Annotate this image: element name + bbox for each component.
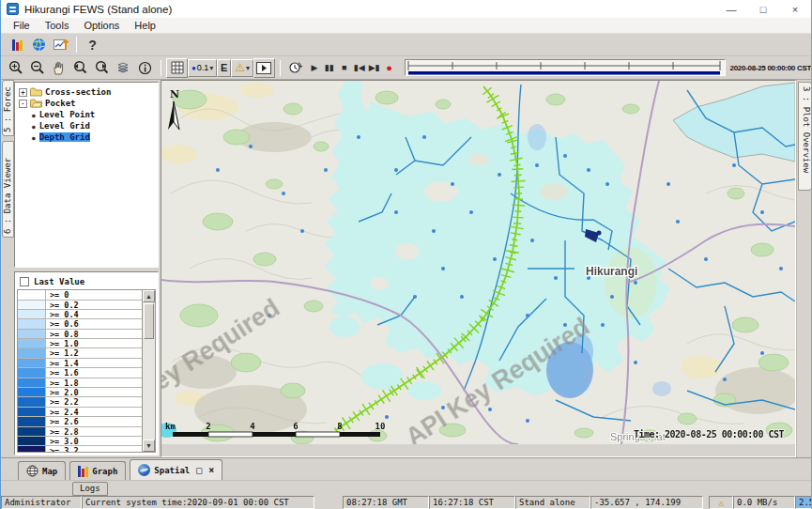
status-local-time: 16:27:18 CST xyxy=(429,496,515,509)
map-canvas[interactable]: API Key Required API Key Required Hikura… xyxy=(161,81,795,444)
legend-row-label: >= 2.8 xyxy=(46,427,142,436)
svg-text:4: 4 xyxy=(250,422,255,431)
legend-row-label: >= 1.8 xyxy=(46,378,142,387)
maximize-button[interactable]: □ xyxy=(747,0,779,18)
grid-toggle-button[interactable] xyxy=(166,58,188,78)
minimize-button[interactable]: — xyxy=(715,0,747,18)
last-value-checkbox[interactable] xyxy=(20,277,29,286)
menu-options[interactable]: Options xyxy=(76,20,127,31)
tab-map[interactable]: Map xyxy=(18,461,66,480)
status-gmt-time: 08:27:18 GMT xyxy=(343,496,429,509)
close-button[interactable]: × xyxy=(779,0,811,18)
tab-spatial[interactable]: Spatial □ × xyxy=(130,459,222,480)
menubar: File Tools Options Help xyxy=(1,18,811,34)
legend-row-label: >= 1.2 xyxy=(46,348,142,357)
toolbar-separator xyxy=(280,60,281,76)
legend-row[interactable]: >= 1.6 xyxy=(18,368,142,378)
legend-row[interactable]: >= 1.8 xyxy=(18,378,142,388)
tab-plot-overview[interactable]: 3 : Plot Overview xyxy=(798,82,812,191)
legend-row[interactable]: >= 0.4 xyxy=(18,310,142,319)
scroll-down-button[interactable]: ▼ xyxy=(143,440,155,452)
scroll-thumb[interactable] xyxy=(144,303,154,339)
tree-item-depth-grid[interactable]: ● Depth Grid xyxy=(32,131,158,143)
logs-row: Logs xyxy=(1,480,811,496)
label-icon: E xyxy=(221,62,227,73)
legend-row-label: >= 0.4 xyxy=(46,310,142,318)
time-settings-button[interactable] xyxy=(285,58,307,78)
legend-row[interactable]: >= 2.0 xyxy=(18,388,142,397)
legend-row[interactable]: >= 1.4 xyxy=(18,359,142,368)
legend-rows: >= 0>= 0.2>= 0.4>= 0.6>= 0.8>= 1.0>= 1.2… xyxy=(18,290,142,452)
legend-row[interactable]: >= 1.2 xyxy=(18,348,142,358)
zoom-next-button[interactable] xyxy=(91,58,113,78)
zoom-out-icon xyxy=(30,60,45,75)
menu-file[interactable]: File xyxy=(6,20,38,31)
record-button[interactable]: ● xyxy=(382,59,397,76)
legend-row[interactable]: >= 2.2 xyxy=(18,397,142,407)
expander-icon[interactable]: + xyxy=(19,88,27,97)
legend-row[interactable]: >= 2.6 xyxy=(18,417,142,426)
tab-close-icon[interactable]: × xyxy=(208,465,214,475)
info-button[interactable] xyxy=(134,58,156,78)
legend-row-label: >= 2.6 xyxy=(46,417,142,425)
legend-row[interactable]: >= 3.0 xyxy=(18,437,142,446)
value-display-dropdown[interactable]: ● 0.1 ▾ xyxy=(188,59,217,77)
tab-maximize-icon[interactable]: □ xyxy=(196,465,202,475)
zoom-in-button[interactable] xyxy=(5,58,26,78)
timeseries-button[interactable] xyxy=(50,35,71,54)
step-back-button[interactable]: ▮◀ xyxy=(352,59,367,76)
tab-data-viewer[interactable]: 6 : Data Viewer xyxy=(2,141,14,238)
legend-row[interactable]: >= 2.4 xyxy=(18,408,142,417)
legend-row[interactable]: >= 0.2 xyxy=(18,301,142,310)
legend-row[interactable]: >= 2.8 xyxy=(18,427,142,437)
legend-row[interactable]: >= 1.0 xyxy=(18,339,142,348)
tree-item-label: Level Grid xyxy=(39,121,90,131)
help-button[interactable]: ? xyxy=(82,35,103,54)
pause-button[interactable]: ▮▮ xyxy=(322,59,337,76)
tab-forecasts[interactable]: 5 : Forec xyxy=(2,80,14,136)
legend-row[interactable]: >= 0 xyxy=(18,290,142,300)
menu-tools[interactable]: Tools xyxy=(38,20,77,31)
animation-panel-button[interactable] xyxy=(253,58,275,78)
legend-row[interactable]: >= 0.8 xyxy=(18,330,142,339)
status-user: Administrator xyxy=(1,496,82,509)
layer-tree-panel: + Cross-section - Pocket xyxy=(14,82,159,268)
legend-scrollbar[interactable]: ▲ ▼ xyxy=(142,290,155,452)
last-value-row[interactable]: Last Value xyxy=(17,274,156,289)
folder-icon xyxy=(30,87,42,97)
zoom-previous-button[interactable] xyxy=(69,58,91,78)
flood-extent xyxy=(325,81,670,398)
tree-item-level-point[interactable]: ● Level Point xyxy=(32,109,158,120)
time-slider-bar[interactable] xyxy=(408,71,720,75)
legend-swatch xyxy=(18,408,46,416)
tree-item-level-grid[interactable]: ● Level Grid xyxy=(32,120,158,131)
database-viewer-button[interactable] xyxy=(7,35,28,54)
scroll-up-button[interactable]: ▲ xyxy=(143,290,155,302)
status-warning-icon[interactable]: ⚠ xyxy=(709,496,733,509)
tree-item-cross-section[interactable]: + Cross-section xyxy=(19,86,158,98)
pan-button[interactable] xyxy=(48,58,69,78)
north-arrow: N xyxy=(168,88,179,130)
last-value-label: Last Value xyxy=(34,277,84,286)
legend-row[interactable]: >= 0.6 xyxy=(18,319,142,329)
stop-button[interactable]: ■ xyxy=(337,59,352,76)
logs-tab[interactable]: Logs xyxy=(72,482,108,496)
svg-text:10: 10 xyxy=(375,422,386,431)
expander-icon[interactable]: - xyxy=(19,100,27,108)
titlebar: Hikurangi FEWS (Stand alone) — □ × xyxy=(1,0,811,18)
warning-layer-dropdown[interactable]: ⚠ ▾ xyxy=(231,59,253,77)
step-forward-button[interactable]: ▶▮ xyxy=(367,59,382,76)
time-slider[interactable] xyxy=(405,59,726,76)
legend-swatch xyxy=(18,319,46,328)
play-button[interactable]: ▶ xyxy=(307,59,322,76)
tab-graph[interactable]: Graph xyxy=(69,461,126,480)
map-display-button[interactable] xyxy=(28,35,50,54)
label-toggle-button[interactable]: E xyxy=(217,59,231,77)
menu-help[interactable]: Help xyxy=(127,20,163,31)
layers-button[interactable] xyxy=(113,58,134,78)
boxed-play-icon xyxy=(256,62,271,74)
legend-row[interactable]: >= 3.2 xyxy=(18,446,142,453)
tree-item-pocket[interactable]: - Pocket xyxy=(19,98,158,109)
legend-swatch xyxy=(18,388,46,396)
zoom-out-button[interactable] xyxy=(26,58,48,78)
